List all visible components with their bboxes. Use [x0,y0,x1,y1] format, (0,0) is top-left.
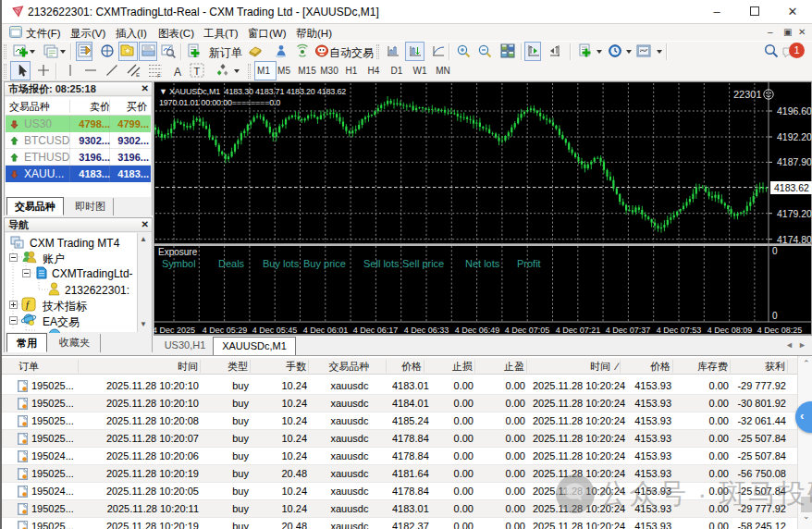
svg-text:E: E [136,72,140,78]
svg-text:F: F [157,73,161,79]
svg-text:T: T [194,66,201,77]
svg-text:M: M [17,242,20,248]
